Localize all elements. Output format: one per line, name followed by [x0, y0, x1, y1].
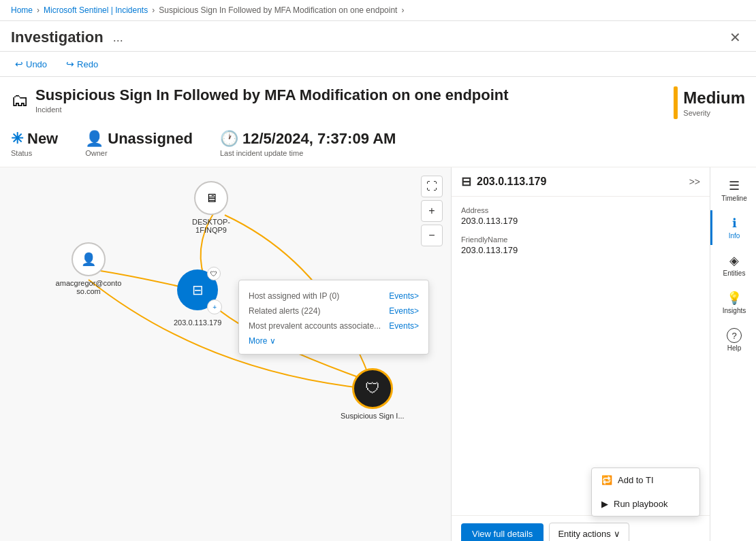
popup-row-2: Most prevalent accounts associate... Eve…	[249, 318, 419, 333]
entities-label: Entities	[723, 269, 746, 277]
add-ti-icon: 🔁	[601, 475, 612, 485]
ip-node-label: 203.0.113.179	[174, 318, 221, 327]
more-label: More	[249, 336, 267, 346]
popup-more[interactable]: More ∨	[249, 333, 419, 346]
owner-icon: 👤	[85, 130, 104, 148]
page-header: Investigation ... ✕	[0, 21, 756, 52]
status-row: ✳ New Status 👤 Unassigned Owner 🕐 12/5/2…	[11, 127, 745, 160]
run-playbook-label: Run playbook	[614, 499, 668, 509]
detail-panel-header: ⊟ 203.0.113.179 >>	[452, 167, 710, 197]
info-label: Info	[729, 232, 740, 240]
node-alert[interactable]: 🛡 Suspicious Sign I...	[341, 368, 405, 420]
time-value: 12/5/2024, 7:37:09 AM	[242, 130, 396, 148]
run-playbook-icon: ▶	[601, 499, 608, 509]
info-icon: ℹ	[732, 216, 737, 231]
undo-icon: ↩	[15, 59, 23, 69]
ip-node-circle: ⊟ 🛡 +	[177, 269, 218, 310]
breadcrumb-sep1: ›	[37, 5, 40, 15]
sidebar-item-timeline[interactable]: ☰ Timeline	[710, 173, 756, 208]
zoom-out-button[interactable]: −	[421, 225, 443, 246]
popup-row-1: Related alerts (224) Events>	[249, 304, 419, 318]
node-ip[interactable]: ⊟ 🛡 + 203.0.113.179	[174, 269, 221, 327]
dropdown-run-playbook[interactable]: ▶ Run playbook	[592, 492, 699, 516]
sidebar-item-insights[interactable]: 💡 Insights	[710, 285, 756, 320]
undo-button[interactable]: ↩ Undo	[11, 56, 51, 72]
breadcrumb-home[interactable]: Home	[11, 5, 33, 15]
dropdown-menu: 🔁 Add to TI ▶ Run playbook	[591, 468, 700, 517]
alert-node-circle: 🛡	[352, 368, 393, 409]
status-value: New	[27, 130, 58, 148]
status-item-time: 🕐 12/5/2024, 7:37:09 AM Last incident up…	[220, 130, 396, 157]
insights-icon: 💡	[727, 291, 742, 306]
incident-label: Incident	[35, 105, 509, 114]
dropdown-add-ti[interactable]: 🔁 Add to TI	[592, 468, 699, 492]
popup-label-0: Host assigned with IP (0)	[249, 291, 389, 301]
alert-node-label: Suspicious Sign I...	[341, 412, 405, 420]
timeline-label: Timeline	[721, 195, 746, 202]
toolbar: ↩ Undo ↪ Redo	[0, 52, 756, 77]
time-icon: 🕐	[220, 130, 238, 148]
incident-title: Suspicious Sign In Followed by MFA Modif…	[35, 86, 509, 104]
incident-icon: 🗂	[11, 90, 29, 111]
undo-label: Undo	[26, 59, 47, 69]
entity-actions-button[interactable]: Entity actions ∨	[549, 523, 629, 541]
detail-field-friendlyname-value: 203.0.113.179	[461, 245, 700, 255]
detail-expand-button[interactable]: >>	[689, 176, 700, 187]
zoom-in-button[interactable]: +	[421, 200, 443, 222]
popup-row-0: Host assigned with IP (0) Events>	[249, 289, 419, 304]
popup-link-2[interactable]: Events>	[389, 321, 419, 331]
incident-bar: 🗂 Suspicious Sign In Followed by MFA Mod…	[0, 77, 756, 167]
timeline-icon: ☰	[729, 178, 740, 193]
redo-icon: ↪	[66, 59, 74, 69]
severity-bar	[674, 86, 678, 119]
more-chevron: ∨	[270, 336, 276, 346]
breadcrumb-incidents[interactable]: Microsoft Sentinel | Incidents	[44, 5, 148, 15]
page-title: Investigation	[11, 29, 104, 46]
breadcrumb-sep2: ›	[152, 5, 155, 15]
severity-value: Medium	[683, 88, 745, 108]
close-button[interactable]: ✕	[725, 28, 745, 47]
redo-label: Redo	[77, 59, 98, 69]
incident-severity: Medium Severity	[674, 86, 745, 119]
entities-icon: ◈	[729, 253, 739, 268]
user-node-label: amacgregor@contoso.com	[54, 279, 123, 295]
right-sidebar: ☰ Timeline ℹ Info ◈ Entities 💡 Insights …	[710, 167, 756, 541]
detail-panel: ⊟ 203.0.113.179 >> Address 203.0.113.179…	[451, 167, 710, 541]
status-item-status: ✳ New Status	[11, 130, 58, 157]
owner-value: Unassigned	[108, 130, 193, 148]
entity-actions-chevron: ∨	[614, 529, 620, 539]
help-label: Help	[727, 344, 742, 352]
sidebar-item-help[interactable]: ? Help	[710, 323, 756, 357]
help-icon: ?	[727, 328, 742, 343]
breadcrumb: Home › Microsoft Sentinel | Incidents › …	[0, 0, 756, 21]
popup-link-0[interactable]: Events>	[389, 291, 419, 301]
sidebar-item-info[interactable]: ℹ Info	[710, 210, 756, 245]
time-label: Last incident update time	[220, 149, 396, 157]
expand-button[interactable]: ⛶	[421, 176, 443, 197]
detail-field-friendlyname: FriendlyName 203.0.113.179	[461, 235, 700, 255]
status-item-owner: 👤 Unassigned Owner	[85, 130, 193, 157]
view-full-details-button[interactable]: View full details	[461, 523, 544, 541]
node-user[interactable]: 👤 amacgregor@contoso.com	[54, 242, 123, 295]
ellipsis-button[interactable]: ...	[109, 29, 127, 46]
main-content: 🖥 DESKTOP-1FINQP9 👤 amacgregor@contoso.c…	[0, 167, 756, 541]
add-ti-label: Add to TI	[618, 475, 654, 485]
entity-actions-label: Entity actions	[558, 529, 610, 539]
popup-link-1[interactable]: Events>	[389, 306, 419, 316]
redo-button[interactable]: ↪ Redo	[62, 56, 102, 72]
sidebar-item-entities[interactable]: ◈ Entities	[710, 248, 756, 282]
detail-panel-title-text: 203.0.113.179	[477, 176, 546, 188]
detail-panel-entity-icon: ⊟	[461, 174, 471, 189]
insights-label: Insights	[723, 307, 746, 314]
node-desktop[interactable]: 🖥 DESKTOP-1FINQP9	[177, 181, 245, 234]
detail-field-address-value: 203.0.113.179	[461, 216, 700, 226]
graph-controls: ⛶ + −	[421, 176, 443, 246]
owner-label: Owner	[85, 149, 193, 157]
desktop-node-label: DESKTOP-1FINQP9	[177, 218, 245, 234]
user-node-icon: 👤	[72, 242, 106, 276]
breadcrumb-current: Suspicious Sign In Followed by MFA Modif…	[159, 5, 397, 15]
detail-actions: View full details Entity actions ∨	[452, 515, 710, 541]
detail-field-friendlyname-label: FriendlyName	[461, 235, 700, 244]
detail-field-address-label: Address	[461, 206, 700, 214]
graph-area: 🖥 DESKTOP-1FINQP9 👤 amacgregor@contoso.c…	[0, 167, 451, 541]
